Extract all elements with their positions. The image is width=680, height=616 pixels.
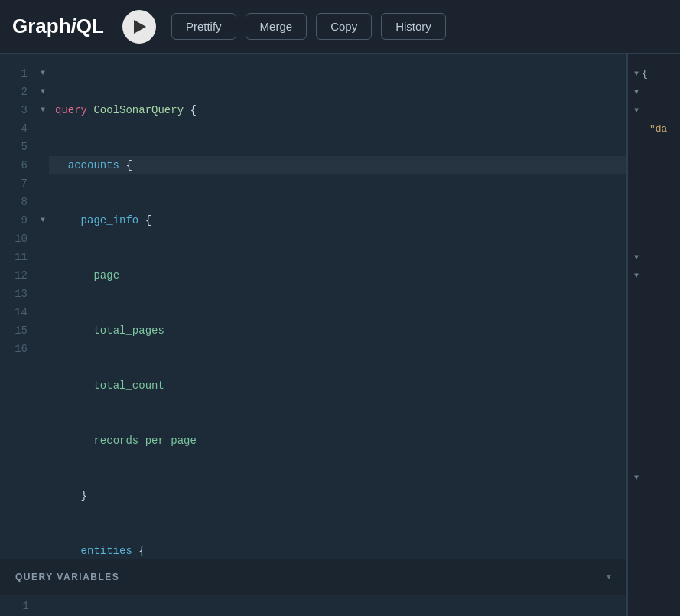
play-icon [134,20,146,34]
history-button[interactable]: History [381,13,446,40]
copy-button[interactable]: Copy [316,13,372,40]
run-button[interactable] [122,10,156,44]
right-line-4: "da [628,119,680,138]
right-arrow-6[interactable]: ▼ [634,272,639,280]
fold-gutter: ▼ ▼ ▼ ▼ [37,54,49,559]
query-variables-panel: QUERY VARIABLES ▼ 1 [0,559,626,616]
right-line-3: ▼ [628,101,680,119]
query-variables-title: QUERY VARIABLES [15,572,119,582]
code-line-2: accounts { [49,156,626,174]
query-variables-toggle-icon[interactable]: ▼ [607,573,611,582]
header: GraphiQL Prettify Merge Copy History [0,0,680,54]
code-area[interactable]: 1 2 3 4 5 6 7 8 9 10 11 12 13 14 15 16 [0,54,626,559]
code-line-8: } [49,487,626,505]
code-line-3: page_info { [49,211,626,230]
right-line-2: ▼ [628,83,680,101]
right-line-5: ▼ [628,248,680,266]
qv-line-number: 1 [11,600,38,612]
merge-button[interactable]: Merge [246,13,307,40]
code-line-4: page [49,266,626,285]
right-line-7: ▼ [628,468,680,487]
right-panel: ▼ { ▼ ▼ "da ▼ ▼ ▼ [627,54,680,616]
main-area: 1 2 3 4 5 6 7 8 9 10 11 12 13 14 15 16 [0,54,680,616]
code-line-5: total_pages [49,321,626,340]
prettify-button[interactable]: Prettify [171,13,236,40]
right-arrow-5[interactable]: ▼ [634,253,639,262]
graphiql-logo: GraphiQL [12,15,104,38]
right-arrow-2[interactable]: ▼ [634,88,639,96]
right-line-6: ▼ [628,266,680,285]
query-variables-editor[interactable]: 1 [0,595,626,616]
code-line-7: records_per_page [49,432,626,450]
right-arrow-3[interactable]: ▼ [634,106,639,115]
line-numbers: 1 2 3 4 5 6 7 8 9 10 11 12 13 14 15 16 [0,54,37,559]
code-editor: 1 2 3 4 5 6 7 8 9 10 11 12 13 14 15 16 [0,54,626,559]
code-line-1: query CoolSonarQuery { [49,101,626,119]
code-line-9: entities { [49,542,626,559]
editor-panel: 1 2 3 4 5 6 7 8 9 10 11 12 13 14 15 16 [0,54,627,616]
right-line-1: ▼ { [628,64,680,83]
right-arrow-7[interactable]: ▼ [634,474,639,482]
code-line-6: total_count [49,376,626,395]
code-content[interactable]: query CoolSonarQuery { accounts { page_i… [49,54,626,559]
query-variables-header[interactable]: QUERY VARIABLES ▼ [0,559,626,595]
